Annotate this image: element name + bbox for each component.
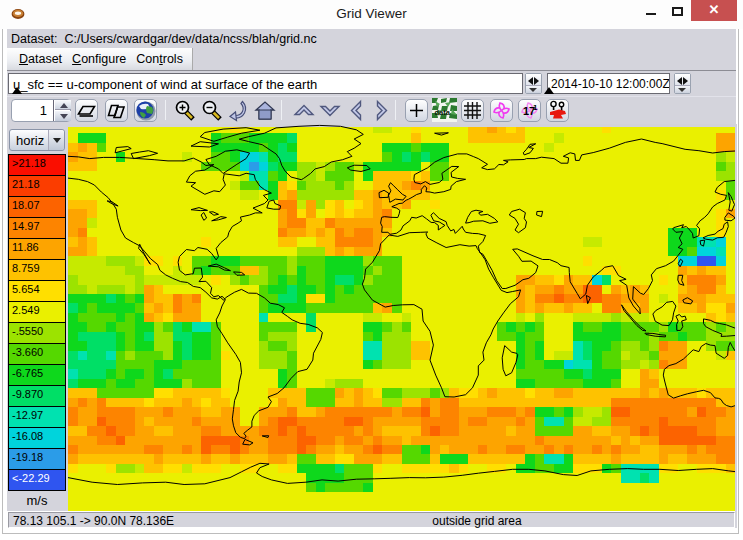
svg-text:data: data [435, 108, 451, 117]
svg-text:1: 1 [533, 103, 538, 112]
